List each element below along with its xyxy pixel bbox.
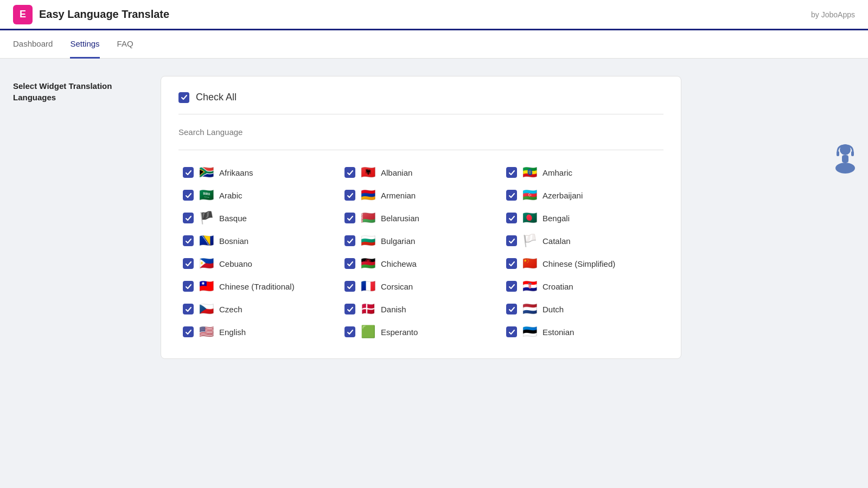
lang-item[interactable]: 🇪🇹 Amharic	[502, 161, 663, 184]
lang-checkbox-12[interactable]	[183, 258, 194, 269]
lang-name: Afrikaans	[219, 168, 253, 177]
lang-checkbox-7[interactable]	[344, 213, 355, 223]
lang-item[interactable]: 🇧🇬 Bulgarian	[340, 229, 502, 252]
lang-checkbox-22[interactable]	[344, 326, 355, 337]
lang-name: Bosnian	[219, 236, 248, 246]
lang-flag: 🇩🇰	[361, 303, 375, 315]
lang-name: Chichewa	[381, 259, 417, 268]
lang-item[interactable]: 🇭🇷 Croatian	[502, 275, 663, 298]
lang-name: Albanian	[381, 168, 412, 177]
lang-checkbox-23[interactable]	[506, 326, 517, 337]
lang-item[interactable]: 🇿🇦 Afrikaans	[178, 161, 340, 184]
lang-item[interactable]: 🇦🇿 Azerbaijani	[502, 184, 663, 207]
lang-item[interactable]: 🇧🇾 Belarusian	[340, 207, 502, 229]
lang-name: Bengali	[542, 214, 570, 223]
lang-item[interactable]: 🟩 Esperanto	[340, 320, 502, 343]
lang-name: Esperanto	[381, 328, 418, 337]
lang-checkbox-17[interactable]	[506, 281, 517, 292]
lang-checkbox-3[interactable]	[183, 190, 194, 201]
nav-dashboard[interactable]: Dashboard	[13, 30, 53, 59]
lang-checkbox-9[interactable]	[183, 235, 194, 246]
languages-card: Check All 🇿🇦 Afrikaans 🇦🇱 Al	[161, 76, 681, 359]
lang-flag: 🇸🇦	[199, 189, 214, 201]
lang-item[interactable]: 🇧🇦 Bosnian	[178, 229, 340, 252]
lang-checkbox-20[interactable]	[506, 304, 517, 314]
check-all-checkbox[interactable]	[178, 92, 189, 103]
lang-flag: 🇦🇿	[522, 189, 537, 201]
lang-checkbox-14[interactable]	[506, 258, 517, 269]
app-header: E Easy Language Translate by JoboApps	[0, 0, 868, 30]
app-title: Easy Language Translate	[39, 8, 169, 21]
lang-checkbox-15[interactable]	[183, 281, 194, 292]
lang-flag: 🇪🇪	[522, 326, 537, 338]
lang-checkbox-1[interactable]	[344, 167, 355, 178]
lang-checkbox-13[interactable]	[344, 258, 355, 269]
main-nav: Dashboard Settings FAQ	[0, 30, 868, 59]
lang-checkbox-4[interactable]	[344, 190, 355, 201]
lang-checkbox-0[interactable]	[183, 167, 194, 178]
lang-flag: 🇹🇼	[199, 280, 214, 292]
section-label: Select Widget Translation Languages	[13, 76, 143, 359]
lang-name: Chinese (Traditional)	[219, 282, 295, 291]
lang-item[interactable]: 🏴 Basque	[178, 207, 340, 229]
lang-flag: 🇦🇲	[361, 189, 375, 201]
svg-rect-4	[842, 155, 848, 163]
lang-name: Cebuano	[219, 259, 252, 268]
lang-checkbox-10[interactable]	[344, 235, 355, 246]
lang-item[interactable]: 🇦🇲 Armenian	[340, 184, 502, 207]
lang-flag: 🇪🇹	[522, 166, 537, 178]
lang-name: English	[219, 328, 246, 337]
lang-item[interactable]: 🇨🇿 Czech	[178, 298, 340, 320]
languages-section: 🇿🇦 Afrikaans 🇦🇱 Albanian 🇪🇹 Amharic	[178, 150, 663, 343]
lang-item[interactable]: 🇲🇼 Chichewa	[340, 252, 502, 275]
lang-name: Catalan	[542, 236, 571, 246]
lang-checkbox-21[interactable]	[183, 326, 194, 337]
lang-name: Azerbaijani	[542, 191, 583, 200]
lang-flag: 🇧🇬	[361, 235, 375, 247]
lang-name: Estonian	[542, 328, 574, 337]
brand-label: by JoboApps	[811, 10, 855, 19]
svg-point-3	[835, 163, 855, 174]
lang-flag: 🇺🇸	[199, 326, 214, 338]
lang-name: Chinese (Simplified)	[542, 259, 615, 268]
lang-flag: 🇦🇱	[361, 166, 375, 178]
lang-item[interactable]: 🏳️ Catalan	[502, 229, 663, 252]
lang-flag: 🇫🇷	[361, 280, 375, 292]
support-icon[interactable]	[831, 141, 859, 174]
lang-item[interactable]: 🇩🇰 Danish	[340, 298, 502, 320]
lang-item[interactable]: 🇪🇪 Estonian	[502, 320, 663, 343]
lang-flag: 🏳️	[522, 235, 537, 247]
nav-settings[interactable]: Settings	[70, 30, 99, 59]
lang-item[interactable]: 🇵🇭 Cebuano	[178, 252, 340, 275]
lang-flag: 🇿🇦	[199, 166, 214, 178]
lang-item[interactable]: 🇦🇱 Albanian	[340, 161, 502, 184]
lang-item[interactable]: 🇸🇦 Arabic	[178, 184, 340, 207]
lang-name: Bulgarian	[381, 236, 415, 246]
lang-item[interactable]: 🇧🇩 Bengali	[502, 207, 663, 229]
lang-flag: 🟩	[361, 326, 375, 338]
lang-flag: 🇵🇭	[199, 258, 214, 269]
lang-flag: 🇧🇾	[361, 212, 375, 224]
lang-item[interactable]: 🇺🇸 English	[178, 320, 340, 343]
lang-item[interactable]: 🇨🇳 Chinese (Simplified)	[502, 252, 663, 275]
check-all-row: Check All	[178, 92, 663, 114]
lang-item[interactable]: 🇹🇼 Chinese (Traditional)	[178, 275, 340, 298]
lang-flag: 🇲🇼	[361, 258, 375, 269]
lang-item[interactable]: 🇫🇷 Corsican	[340, 275, 502, 298]
lang-checkbox-18[interactable]	[183, 304, 194, 314]
lang-checkbox-6[interactable]	[183, 213, 194, 223]
lang-checkbox-16[interactable]	[344, 281, 355, 292]
lang-name: Dutch	[542, 305, 564, 314]
search-input[interactable]	[178, 125, 663, 139]
svg-rect-2	[851, 151, 854, 156]
lang-checkbox-11[interactable]	[506, 235, 517, 246]
lang-checkbox-8[interactable]	[506, 213, 517, 223]
lang-checkbox-2[interactable]	[506, 167, 517, 178]
lang-flag: 🇨🇳	[522, 258, 537, 269]
lang-item[interactable]: 🇳🇱 Dutch	[502, 298, 663, 320]
check-all-label: Check All	[196, 92, 237, 103]
nav-faq[interactable]: FAQ	[117, 30, 133, 59]
lang-checkbox-19[interactable]	[344, 304, 355, 314]
lang-flag: 🇧🇩	[522, 212, 537, 224]
lang-checkbox-5[interactable]	[506, 190, 517, 201]
